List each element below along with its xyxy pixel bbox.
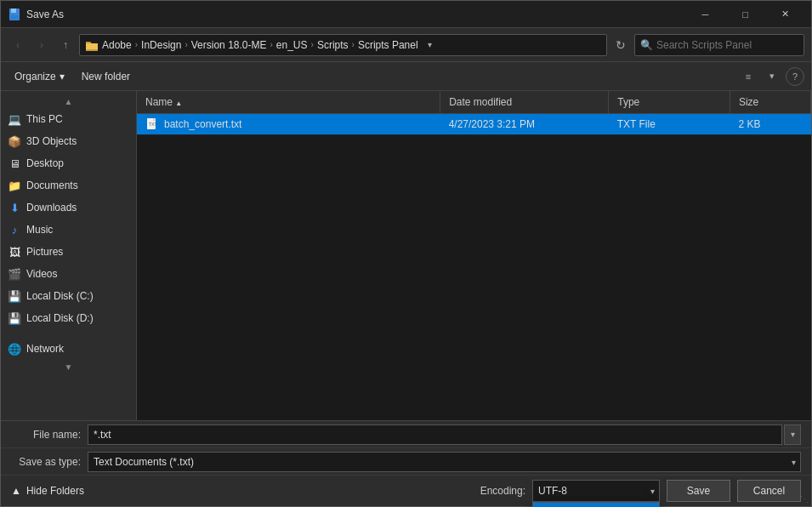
action-buttons: Encoding: UTF-8 ANSI UTF-16 LE UTF-16 BE…: [480, 480, 801, 502]
col-header-name[interactable]: Name: [137, 91, 440, 114]
breadcrumb-folder-icon: [85, 38, 99, 52]
sidebar-item-localc[interactable]: 💾 Local Disk (C:): [1, 285, 136, 307]
sidebar-item-network[interactable]: 🌐 Network: [1, 338, 136, 360]
save-icon: [8, 8, 21, 21]
search-icon: 🔍: [640, 39, 653, 51]
hide-folders-button[interactable]: ▲ Hide Folders: [11, 485, 84, 497]
col-header-date[interactable]: Date modified: [440, 91, 609, 114]
bottom-panel: File name: ▾ Save as type: Text Document…: [1, 420, 811, 506]
close-button[interactable]: ✕: [766, 3, 804, 26]
file-type: TXT File: [609, 114, 730, 135]
sidebar-item-music-label: Music: [26, 224, 53, 236]
sidebar-item-pictures-label: Pictures: [26, 246, 63, 258]
videos-icon: 🎬: [8, 267, 21, 281]
back-button[interactable]: ‹: [8, 35, 28, 55]
sidebar-item-locald-label: Local Disk (D:): [26, 312, 94, 324]
table-row[interactable]: TXT batch_convert.txt 4/27/2023 3:21 PM …: [137, 114, 811, 135]
sidebar-scroll-up[interactable]: ▲: [1, 94, 136, 108]
maximize-button[interactable]: □: [726, 3, 764, 26]
savetype-select-wrapper: Text Documents (*.txt) All Files (*.*): [88, 452, 801, 472]
cancel-button[interactable]: Cancel: [737, 480, 801, 502]
breadcrumb-adobe[interactable]: Adobe: [102, 39, 132, 51]
file-area: Name Date modified Type Size: [137, 91, 811, 420]
txt-file-icon: TXT: [145, 117, 159, 131]
file-size: 2 KB: [730, 114, 810, 135]
sidebar-item-desktop-label: Desktop: [26, 157, 64, 169]
new-folder-button[interactable]: New folder: [75, 67, 137, 86]
savetype-row: Save as type: Text Documents (*.txt) All…: [1, 448, 811, 476]
svg-rect-1: [11, 9, 16, 13]
view-dropdown-button[interactable]: ▾: [762, 67, 782, 86]
3dobjects-icon: 📦: [8, 134, 21, 148]
help-button[interactable]: ?: [786, 67, 804, 86]
network-icon: 🌐: [8, 342, 21, 356]
locald-icon: 💾: [8, 311, 21, 325]
file-table: Name Date modified Type Size: [137, 91, 811, 135]
documents-icon: 📁: [8, 179, 21, 192]
search-input[interactable]: [656, 39, 798, 51]
encoding-area: Encoding: UTF-8 ANSI UTF-16 LE UTF-16 BE…: [480, 480, 660, 502]
table-header-row: Name Date modified Type Size: [137, 91, 811, 114]
sidebar-item-thispc[interactable]: 💻 This PC: [1, 108, 136, 130]
secondary-toolbar: Organize ▾ New folder ≡ ▾ ?: [1, 62, 811, 91]
encoding-select[interactable]: UTF-8 ANSI UTF-16 LE UTF-16 BE UTF-8 wit…: [532, 480, 660, 502]
organize-button[interactable]: Organize ▾: [8, 67, 71, 86]
breadcrumb-dropdown-button[interactable]: ▾: [422, 37, 439, 54]
sidebar: ▲ 💻 This PC 📦 3D Objects 🖥 Desktop 📁 Doc…: [1, 91, 137, 420]
resize-handle[interactable]: ⋱: [800, 494, 809, 504]
file-date: 4/27/2023 3:21 PM: [440, 114, 609, 135]
sidebar-item-pictures[interactable]: 🖼 Pictures: [1, 241, 136, 263]
title-bar-controls: ─ □ ✕: [686, 3, 804, 26]
localc-icon: 💾: [8, 289, 21, 303]
sidebar-item-3dobjects-label: 3D Objects: [26, 135, 77, 147]
sidebar-item-thispc-label: This PC: [26, 113, 63, 125]
col-header-size[interactable]: Size: [730, 91, 810, 114]
forward-button[interactable]: ›: [31, 35, 52, 55]
sidebar-item-desktop[interactable]: 🖥 Desktop: [1, 152, 136, 174]
encoding-option-ansi[interactable]: ANSI: [533, 503, 659, 507]
refresh-button[interactable]: ↻: [610, 35, 631, 55]
save-button[interactable]: Save: [667, 480, 730, 502]
up-button[interactable]: ↑: [55, 35, 76, 55]
desktop-icon: 🖥: [8, 157, 21, 170]
sidebar-item-music[interactable]: ♪ Music: [1, 219, 136, 241]
breadcrumb-en-us[interactable]: en_US: [276, 39, 308, 51]
thispc-icon: 💻: [8, 112, 21, 126]
sidebar-item-downloads[interactable]: ⬇ Downloads: [1, 197, 136, 219]
sidebar-item-network-label: Network: [26, 343, 64, 355]
savetype-label: Save as type:: [11, 456, 88, 468]
view-controls: ≡ ▾ ?: [738, 67, 804, 86]
col-header-type[interactable]: Type: [609, 91, 730, 114]
sidebar-scroll-down[interactable]: ▼: [1, 360, 136, 373]
filename-label: File name:: [11, 429, 88, 441]
sidebar-item-videos[interactable]: 🎬 Videos: [1, 263, 136, 285]
sidebar-spacer: [1, 329, 136, 338]
title-bar-text: Save As: [26, 9, 686, 20]
sidebar-item-documents[interactable]: 📁 Documents: [1, 174, 136, 197]
sidebar-item-3dobjects[interactable]: 📦 3D Objects: [1, 130, 136, 152]
sidebar-item-videos-label: Videos: [26, 268, 57, 280]
minimize-button[interactable]: ─: [686, 3, 724, 26]
action-row: ▲ Hide Folders Encoding: UTF-8 ANSI UTF-…: [1, 476, 811, 506]
search-bar: 🔍: [634, 34, 804, 56]
filename-row: File name: ▾: [1, 421, 811, 448]
view-toggle-button[interactable]: ≡: [738, 67, 758, 86]
hide-folders-label: Hide Folders: [26, 485, 84, 497]
breadcrumb-scripts-panel[interactable]: Scripts Panel: [358, 39, 418, 51]
encoding-label: Encoding:: [480, 485, 525, 497]
savetype-select[interactable]: Text Documents (*.txt) All Files (*.*): [88, 452, 801, 472]
sidebar-item-documents-label: Documents: [26, 179, 78, 191]
sidebar-item-downloads-label: Downloads: [26, 202, 77, 214]
breadcrumb-bar[interactable]: Adobe › InDesign › Version 18.0-ME › en_…: [79, 34, 607, 56]
save-as-dialog: Save As ─ □ ✕ ‹ › ↑ Adobe › InDesign › V…: [0, 0, 812, 507]
pictures-icon: 🖼: [8, 245, 21, 259]
breadcrumb-scripts[interactable]: Scripts: [317, 39, 349, 51]
filename-dropdown-button[interactable]: ▾: [784, 424, 801, 445]
breadcrumb-items: Adobe › InDesign › Version 18.0-ME › en_…: [102, 39, 418, 51]
breadcrumb-version[interactable]: Version 18.0-ME: [191, 39, 267, 51]
sidebar-item-localc-label: Local Disk (C:): [26, 290, 94, 302]
filename-input[interactable]: [88, 424, 782, 445]
sidebar-item-locald[interactable]: 💾 Local Disk (D:): [1, 307, 136, 329]
nav-toolbar: ‹ › ↑ Adobe › InDesign › Version 18.0-ME…: [1, 28, 811, 62]
breadcrumb-indesign[interactable]: InDesign: [141, 39, 181, 51]
